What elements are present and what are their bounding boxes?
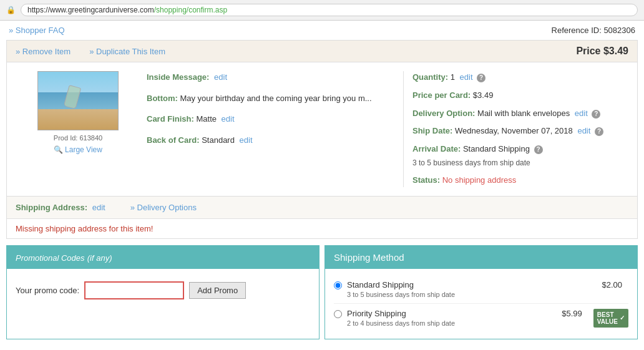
back-of-card-edit[interactable]: edit [240, 135, 253, 145]
remove-item-link[interactable]: Remove Item [16, 47, 71, 56]
checkmark-icon: ✓ [620, 314, 625, 321]
browser-bar: 🔒 https://www.greetingcarduniverse.com/s… [0, 0, 644, 21]
url-path: /shopping/confirm.asp [154, 6, 227, 14]
item-footer: Shipping Address: edit Delivery Options [7, 196, 637, 218]
status-value: No shipping address [442, 175, 517, 185]
large-view-link[interactable]: 🔍 Large View [54, 145, 102, 154]
ship-date-row: Ship Date: Wednesday, November 07, 2018 … [412, 125, 620, 138]
quantity-label: Quantity: [412, 72, 448, 82]
card-image [37, 71, 119, 130]
shipping-body: Standard Shipping 3 to 5 business days f… [325, 269, 637, 339]
url-domain: https://www.greetingcarduniverse.com [27, 6, 154, 14]
reference-number: 5082306 [603, 26, 635, 35]
arrival-date-help-icon[interactable]: ? [534, 145, 543, 154]
inside-message-edit[interactable]: edit [214, 72, 227, 82]
delivery-option-help-icon[interactable]: ? [592, 110, 600, 119]
quantity-edit[interactable]: edit [460, 72, 473, 82]
arrival-date-sub: 3 to 5 business days from ship date [412, 157, 620, 169]
sand-bg [38, 109, 118, 130]
shipping-section: Shipping Method Standard Shipping 3 to 5… [324, 245, 638, 339]
quantity-help-icon[interactable]: ? [477, 74, 485, 82]
back-of-card-value: Standard [202, 135, 235, 145]
magnify-icon: 🔍 [54, 145, 63, 154]
promo-header-sub: (if any) [87, 253, 112, 263]
ship-date-edit[interactable]: edit [577, 126, 590, 135]
shipping-option-priority-info: Priority Shipping 2 to 4 business days f… [347, 309, 550, 327]
shipping-address-label: Shipping Address: [16, 203, 87, 212]
delivery-option-row: Delivery Option: Mail with blank envelop… [412, 107, 620, 120]
inside-message-row: Inside Message: edit [147, 71, 397, 84]
delivery-options-link[interactable]: Delivery Options [130, 203, 197, 212]
promo-code-input[interactable] [84, 281, 184, 299]
prod-id: Prod Id: 613840 [54, 134, 102, 142]
inside-message-label: Inside Message: [147, 72, 209, 82]
shipping-standard-sub: 3 to 5 business days from ship date [347, 291, 590, 298]
status-row: Status: No shipping address [412, 174, 620, 187]
price-per-card-row: Price per Card: $3.49 [412, 89, 620, 102]
reference-id: Reference ID: 5082306 [552, 26, 635, 35]
page-container: Shopper FAQ Reference ID: 5082306 Remove… [0, 21, 644, 346]
back-of-card-row: Back of Card: Standard edit [147, 134, 397, 147]
shipping-option-standard-info: Standard Shipping 3 to 5 business days f… [347, 280, 590, 298]
shipping-priority-name: Priority Shipping [347, 309, 550, 318]
card-finish-value: Matte [196, 114, 217, 124]
lock-icon: 🔒 [6, 6, 16, 14]
arrival-date-value: Standard Shipping [463, 144, 530, 153]
back-of-card-label: Back of Card: [147, 135, 200, 145]
item-body: Prod Id: 613840 🔍 Large View Inside Mess… [7, 62, 637, 196]
item-left: Prod Id: 613840 🔍 Large View [16, 71, 140, 187]
price-per-card-label: Price per Card: [412, 90, 471, 100]
quantity-row: Quantity: 1 edit ? [412, 71, 620, 84]
ship-date-value: Wednesday, November 07, 2018 [455, 126, 573, 135]
ship-date-help-icon[interactable]: ? [595, 127, 603, 136]
shipping-address-edit[interactable]: edit [92, 203, 105, 212]
shipping-standard-name: Standard Shipping [347, 280, 590, 289]
bottom-section: Promotional Codes (if any) Your promo co… [6, 245, 638, 339]
item-details: Inside Message: edit Bottom: May your bi… [140, 71, 404, 187]
shipping-radio-priority[interactable] [334, 310, 342, 318]
duplicate-item-link[interactable]: Duplicate This Item [89, 47, 165, 56]
shopper-faq-link[interactable]: Shopper FAQ [9, 26, 65, 35]
best-value-text: BESTVALUE [597, 311, 618, 325]
shipping-priority-sub: 2 to 4 business days from ship date [347, 319, 550, 327]
missing-address-message: Missing shipping address for this item! [7, 218, 637, 238]
shipping-radio-standard[interactable] [334, 281, 342, 289]
quantity-value: 1 [451, 72, 455, 82]
shipping-option-priority: Priority Shipping 2 to 4 business days f… [334, 303, 628, 333]
promo-code-label: Your promo code: [16, 286, 79, 295]
delivery-option-value: Mail with blank envelopes [477, 109, 570, 118]
bottom-label: Bottom: [147, 94, 178, 103]
top-bar: Shopper FAQ Reference ID: 5082306 [6, 21, 638, 40]
add-promo-button[interactable]: Add Promo [189, 282, 246, 299]
item-card: Remove Item Duplicate This Item Price $3… [6, 40, 638, 239]
url-bar[interactable]: https://www.greetingcarduniverse.com/sho… [21, 4, 638, 16]
shipping-header: Shipping Method [325, 246, 637, 269]
shipping-priority-price: $5.99 [562, 309, 582, 318]
item-price: Price $3.49 [576, 46, 628, 57]
promo-header: Promotional Codes (if any) [7, 246, 319, 269]
status-label: Status: [412, 175, 440, 185]
card-finish-edit[interactable]: edit [222, 114, 235, 124]
arrival-date-label: Arrival Date: [412, 144, 461, 153]
delivery-option-edit[interactable]: edit [575, 109, 588, 118]
promo-header-title: Promotional Codes [16, 253, 85, 263]
best-value-badge: BESTVALUE ✓ [593, 309, 628, 328]
bottom-value: May your birthday and the coming year br… [180, 94, 371, 103]
shipping-address-section: Shipping Address: edit [16, 203, 105, 212]
price-per-card-value: $3.49 [473, 90, 494, 100]
arrival-date-row: Arrival Date: Standard Shipping ? 3 to 5… [412, 143, 620, 169]
promo-section: Promotional Codes (if any) Your promo co… [6, 245, 320, 339]
bottom-row: Bottom: May your birthday and the coming… [147, 92, 397, 105]
shipping-standard-price: $2.00 [602, 280, 622, 289]
promo-body: Your promo code: Add Promo [7, 269, 319, 312]
card-finish-label: Card Finish: [147, 114, 194, 124]
card-finish-row: Card Finish: Matte edit [147, 113, 397, 125]
delivery-option-label: Delivery Option: [412, 109, 475, 118]
item-header-left: Remove Item Duplicate This Item [16, 47, 165, 56]
item-order-info: Quantity: 1 edit ? Price per Card: $3.49… [404, 71, 628, 187]
item-header: Remove Item Duplicate This Item Price $3… [7, 41, 637, 62]
large-view-label: Large View [65, 145, 102, 154]
shipping-option-standard: Standard Shipping 3 to 5 business days f… [334, 275, 628, 303]
ship-date-label: Ship Date: [412, 126, 452, 135]
reference-label: Reference ID: [552, 26, 602, 35]
